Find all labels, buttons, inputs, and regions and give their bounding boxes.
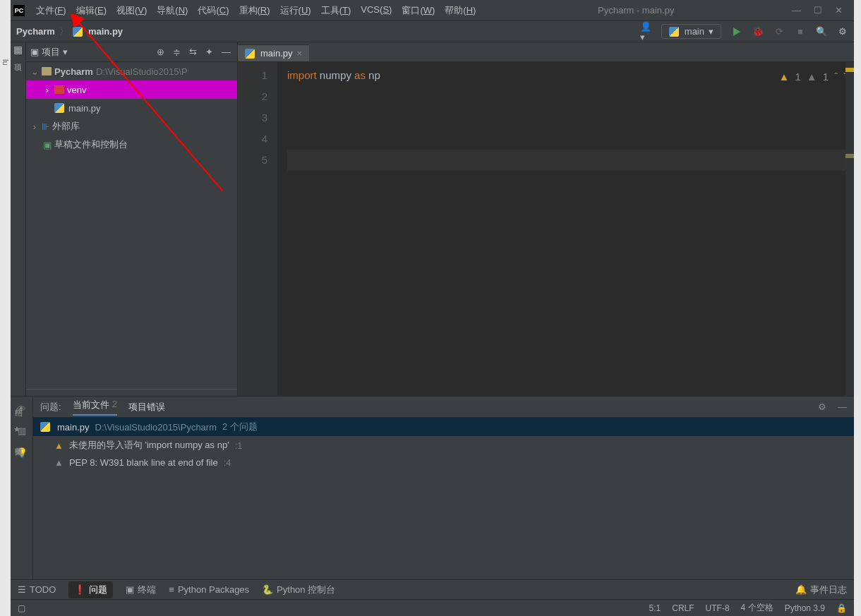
close-button[interactable]: ✕ [835, 5, 843, 16]
menu-vcs[interactable]: VCS(S) [356, 2, 396, 19]
debug-button[interactable]: 🐞 [752, 26, 764, 37]
run-config-selector[interactable]: main ▾ [661, 24, 721, 39]
python-file-icon [73, 27, 83, 37]
encoding[interactable]: UTF-8 [706, 603, 730, 613]
tree-mainpy[interactable]: main.py [26, 99, 237, 117]
outer-left-strip: lu [0, 0, 11, 616]
indent[interactable]: 4 个空格 [741, 602, 773, 614]
close-tab-icon[interactable]: × [297, 48, 303, 59]
menu-code[interactable]: 代码(C) [193, 2, 233, 19]
menu-file[interactable]: 文件(F) [32, 2, 71, 19]
navbar: Pycharm 〉 main.py 👤▾ main ▾ 🐞 ⟳ ■ 🔍 ⚙ [11, 21, 854, 42]
status-bar: ▢ 5:1 CRLF UTF-8 4 个空格 Python 3.9 🔒 [11, 599, 854, 616]
breadcrumb-file[interactable]: main.py [88, 26, 123, 37]
search-icon[interactable]: 🔍 [816, 26, 827, 37]
inspection-widget[interactable]: ▲1 ▲1 ˆ ˇ [779, 66, 847, 87]
code-editor[interactable]: 12345 import numpy as np ▲1 ▲1 ˆ ˇ [238, 62, 854, 396]
locate-icon[interactable]: ⊕ [155, 47, 167, 57]
line-gutter: 12345 [238, 62, 277, 396]
project-sidebar: ▣ 项目 ▾ ⊕ ≑ ⇆ ✦ — ⌄ Pycharm D:\VisualStud… [26, 42, 238, 396]
project-tree[interactable]: ⌄ Pycharm D:\VisualStudio2015\P › venv m… [26, 62, 237, 389]
problem-item[interactable]: ▲ 未使用的导入语句 'import numpy as np' :1 [33, 436, 854, 454]
menu-navigate[interactable]: 导航(N) [152, 2, 192, 19]
maximize-button[interactable]: ☐ [814, 5, 822, 16]
window-title: Pycharm - main.py [480, 5, 792, 16]
titlebar: PC 文件(F) 编辑(E) 视图(V) 导航(N) 代码(C) 重构(R) 运… [11, 0, 854, 21]
favorites-tool[interactable]: ★收藏夹 [13, 425, 24, 442]
error-stripe[interactable] [845, 62, 854, 396]
terminal-tab[interactable]: ▣ 终端 [126, 584, 156, 596]
python-file-icon [245, 49, 255, 59]
settings-icon[interactable]: ⚙ [837, 26, 848, 37]
breadcrumb[interactable]: Pycharm 〉 main.py [16, 25, 123, 38]
main-menu: 文件(F) 编辑(E) 视图(V) 导航(N) 代码(C) 重构(R) 运行(U… [32, 2, 480, 19]
menu-help[interactable]: 帮助(H) [440, 2, 480, 19]
tree-venv[interactable]: › venv [26, 80, 237, 99]
editor-tabs: main.py × [238, 42, 854, 62]
problems-tab-project[interactable]: 项目错误 [128, 401, 165, 413]
problems-tab[interactable]: ❗ 问题 [68, 581, 113, 598]
python-icon [669, 27, 679, 37]
tree-root[interactable]: ⌄ Pycharm D:\VisualStudio2015\P [26, 62, 237, 80]
coverage-button[interactable]: ⟳ [773, 26, 785, 37]
prev-highlight-icon[interactable]: ˆ [834, 66, 838, 87]
app-icon: PC [13, 5, 25, 16]
outer-right-strip [854, 0, 861, 616]
bottom-toolbar: ☰ TODO ❗ 问题 ▣ 终端 ≡ Python Packages 🐍 Pyt… [11, 579, 854, 599]
problems-settings-icon[interactable]: ⚙ [818, 401, 826, 412]
problems-file-row[interactable]: main.py D:\VisualStudio2015\Pycharm 2 个问… [33, 418, 854, 436]
collapse-icon[interactable]: ⇆ [187, 47, 199, 57]
problems-hide-icon[interactable]: — [838, 401, 847, 412]
problem-item[interactable]: ▲ PEP 8: W391 blank line at end of file … [33, 454, 854, 471]
user-icon[interactable]: 👤▾ [640, 26, 651, 37]
caret-position[interactable]: 5:1 [649, 603, 661, 613]
editor-area: main.py × 12345 import numpy as np [238, 42, 854, 396]
problems-panel: 👁 ▥ 💡 问题: 当前文件 2 项目错误 ⚙ — main.py D:\Vis… [11, 396, 854, 579]
weak-warning-icon: ▲ [807, 66, 817, 87]
warning-icon: ▲ [779, 66, 790, 87]
tree-external-libs[interactable]: ›⊪ 外部库 [26, 117, 237, 135]
stop-button[interactable]: ■ [795, 26, 806, 37]
breadcrumb-project[interactable]: Pycharm [16, 26, 55, 37]
interpreter[interactable]: Python 3.9 [785, 603, 825, 613]
hide-icon[interactable]: — [219, 47, 233, 57]
tool-settings-icon[interactable]: ✦ [203, 47, 215, 57]
svg-marker-0 [733, 28, 740, 36]
problems-label: 问题: [40, 401, 61, 413]
problems-tab-current[interactable]: 当前文件 2 [73, 399, 117, 416]
menu-run[interactable]: 运行(U) [276, 2, 315, 19]
tree-scratches[interactable]: ▣ 草稿文件和控制台 [26, 135, 237, 154]
project-tool-icon[interactable]: ▦ [13, 44, 23, 55]
warning-icon: ▲ [54, 440, 64, 451]
menu-refactor[interactable]: 重构(R) [235, 2, 275, 19]
lock-icon[interactable]: 🔒 [836, 603, 847, 613]
menu-tools[interactable]: 工具(T) [317, 2, 356, 19]
status-message: ▢ [18, 603, 25, 613]
editor-tab-mainpy[interactable]: main.py × [238, 44, 309, 61]
expand-icon[interactable]: ≑ [171, 47, 183, 57]
weak-warning-icon: ▲ [54, 457, 64, 468]
left-gutter: ▦ 项目 [11, 42, 26, 396]
event-log-tab[interactable]: 🔔 事件日志 [795, 584, 847, 596]
python-file-icon [40, 422, 50, 432]
run-button[interactable] [731, 26, 742, 37]
minimize-button[interactable]: — [792, 5, 801, 16]
menu-edit[interactable]: 编辑(E) [72, 2, 111, 19]
python-packages-tab[interactable]: ≡ Python Packages [169, 584, 249, 595]
python-console-tab[interactable]: 🐍 Python 控制台 [262, 584, 335, 596]
project-view-label[interactable]: ▣ 项目 ▾ [30, 46, 68, 59]
line-separator[interactable]: CRLF [672, 603, 694, 613]
python-file-icon [54, 103, 64, 113]
todo-tab[interactable]: ☰ TODO [18, 584, 56, 595]
bulb-icon[interactable]: 💡 [16, 447, 28, 458]
menu-view[interactable]: 视图(V) [112, 2, 151, 19]
menu-window[interactable]: 窗口(W) [397, 2, 439, 19]
structure-tool[interactable]: 结构 [13, 395, 24, 404]
